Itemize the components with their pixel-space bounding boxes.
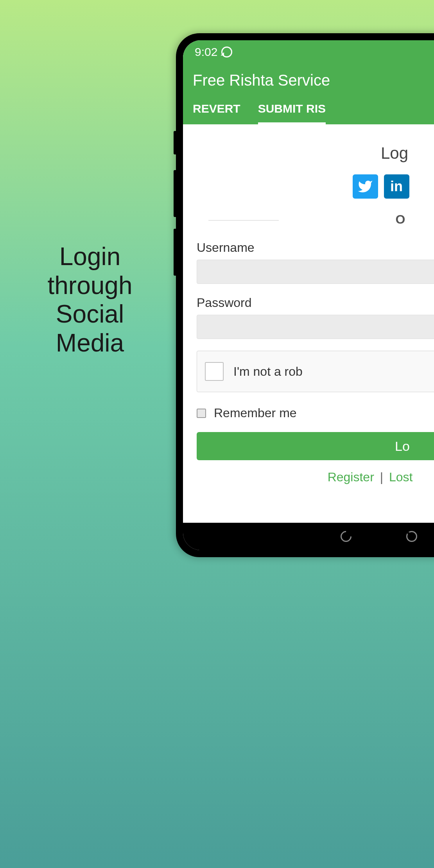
login-button[interactable]: Lo — [197, 432, 434, 460]
phone-volume-up — [174, 170, 176, 217]
tab-revert[interactable]: REVERT — [193, 102, 240, 118]
login-heading: Log — [275, 144, 434, 163]
password-label: Password — [197, 296, 434, 310]
password-input[interactable] — [197, 315, 434, 339]
nav-home-icon[interactable] — [406, 531, 417, 542]
whatsapp-icon — [221, 47, 232, 57]
lost-password-link[interactable]: Lost — [389, 470, 412, 484]
social-login-row: in — [247, 174, 434, 199]
remember-me-label: Remember me — [214, 406, 297, 420]
phone-frame: 9:02 Free Rishta Service REVERT SUBMIT R… — [176, 33, 434, 557]
twitter-login-button[interactable] — [353, 174, 378, 199]
auth-links-row: Register | Lost — [226, 470, 434, 484]
register-link[interactable]: Register — [328, 470, 374, 484]
status-bar: 9:02 — [183, 40, 434, 64]
link-separator: | — [380, 470, 383, 484]
app-title: Free Rishta Service — [183, 64, 434, 95]
nav-recent-icon[interactable] — [338, 529, 354, 544]
linkedin-icon: in — [390, 178, 403, 195]
phone-volume-down — [174, 229, 176, 276]
phone-side-button — [174, 131, 176, 154]
username-input[interactable] — [197, 260, 434, 284]
recaptcha-checkbox[interactable] — [205, 362, 224, 381]
username-label: Username — [197, 240, 434, 255]
status-time: 9:02 — [195, 45, 217, 59]
tab-bar: REVERT SUBMIT RIS — [183, 95, 434, 124]
divider-or: O — [287, 212, 434, 227]
remember-me-row: Remember me — [197, 406, 434, 420]
phone-screen: 9:02 Free Rishta Service REVERT SUBMIT R… — [183, 40, 434, 550]
remember-me-checkbox[interactable] — [197, 409, 206, 418]
recaptcha-box: I'm not a rob — [197, 351, 434, 392]
promo-headline: Login through Social Media — [43, 242, 137, 357]
tab-submit-rishta[interactable]: SUBMIT RIS — [258, 102, 326, 118]
linkedin-login-button[interactable]: in — [384, 174, 409, 199]
recaptcha-label: I'm not a rob — [233, 364, 303, 379]
divider-or-text: O — [396, 212, 405, 226]
login-content: Log in O Username Password I'm not a rob — [183, 124, 434, 492]
android-nav-bar — [183, 523, 434, 550]
twitter-icon — [357, 179, 373, 194]
